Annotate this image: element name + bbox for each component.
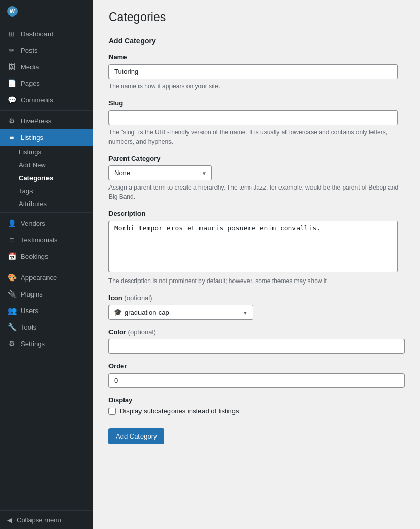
sidebar-item-label: Settings: [21, 340, 45, 348]
settings-icon: ⚙: [7, 339, 17, 348]
plugins-icon: 🔌: [7, 290, 17, 298]
sidebar-item-comments[interactable]: 💬 Comments: [0, 91, 93, 108]
sidebar-item-bookings[interactable]: 📅 Bookings: [0, 248, 93, 264]
sidebar-item-hivepress[interactable]: ⚙ HivePress: [0, 113, 93, 129]
main-content: Categories Add Category Name The name is…: [93, 0, 420, 529]
sidebar-item-label: HivePress: [21, 117, 51, 125]
sidebar-item-label: Listings: [21, 134, 43, 142]
display-checkbox[interactable]: [108, 408, 116, 415]
bookings-icon: 📅: [7, 252, 17, 260]
name-group: Name The name is how it appears on your …: [108, 53, 405, 91]
slug-group: Slug The "slug" is the URL-friendly vers…: [108, 99, 405, 146]
name-input[interactable]: [108, 64, 398, 79]
sidebar-item-appearance[interactable]: 🎨 Appearance: [0, 269, 93, 286]
sidebar-item-label: Bookings: [21, 253, 48, 260]
tools-icon: 🔧: [7, 323, 17, 331]
description-group: Description Morbi tempor eros et mauris …: [108, 210, 405, 286]
collapse-icon: ◀: [7, 516, 12, 524]
display-group: Display Display subcategories instead of…: [108, 396, 405, 415]
color-optional-label: (optional): [128, 328, 156, 336]
slug-input[interactable]: [108, 110, 398, 125]
sidebar-item-label: Pages: [21, 80, 40, 87]
wp-logo-icon: W: [7, 6, 18, 17]
collapse-menu-button[interactable]: ◀ Collapse menu: [0, 510, 93, 529]
icon-select-wrapper: 🎓 graduation-cap: [108, 305, 253, 320]
order-label: Order: [108, 362, 405, 370]
icon-label: Icon (optional): [108, 294, 405, 302]
parent-label: Parent Category: [108, 154, 405, 162]
sidebar-item-settings[interactable]: ⚙ Settings: [0, 335, 93, 352]
order-input[interactable]: [108, 373, 405, 388]
icon-optional-label: (optional): [124, 294, 152, 302]
slug-hint: The "slug" is the URL-friendly version o…: [108, 128, 405, 146]
testimonials-icon: ≡: [7, 236, 17, 244]
description-label: Description: [108, 210, 405, 217]
order-group: Order: [108, 362, 405, 388]
page-title: Categories: [108, 10, 405, 24]
icon-group: Icon (optional) 🎓 graduation-cap: [108, 294, 405, 320]
sidebar-item-posts[interactable]: ✏ Posts: [0, 42, 93, 58]
icon-select[interactable]: graduation-cap: [108, 305, 253, 320]
listings-icon: ≡: [7, 133, 17, 142]
add-category-button[interactable]: Add Category: [108, 428, 164, 444]
display-checkbox-row: Display subcategories instead of listing…: [108, 407, 405, 415]
parent-category-group: Parent Category None Assign a parent ter…: [108, 154, 405, 201]
sidebar-item-label: Media: [21, 63, 39, 71]
submenu-listings[interactable]: Listings: [0, 146, 93, 159]
submenu-add-new[interactable]: Add New: [0, 159, 93, 172]
sidebar-item-dashboard[interactable]: ⊞ Dashboard: [0, 25, 93, 42]
posts-icon: ✏: [7, 46, 17, 54]
display-label: Display: [108, 396, 405, 404]
sidebar-divider-2: [0, 212, 93, 213]
sidebar-item-label: Tools: [21, 323, 36, 331]
sidebar-item-media[interactable]: 🖼 Media: [0, 58, 93, 75]
sidebar-item-label: Dashboard: [21, 30, 54, 38]
submenu-tags[interactable]: Tags: [0, 184, 93, 197]
sidebar-divider-1: [0, 110, 93, 111]
sidebar-item-vendors[interactable]: 👤 Vendors: [0, 215, 93, 231]
vendors-icon: 👤: [7, 219, 17, 227]
parent-hint: Assign a parent term to create a hierarc…: [108, 183, 405, 201]
name-label: Name: [108, 53, 405, 61]
sidebar-divider-3: [0, 267, 93, 267]
sidebar-item-label: Testimonials: [21, 236, 58, 244]
sidebar-item-users[interactable]: 👥 Users: [0, 302, 93, 319]
sidebar-item-label: Plugins: [21, 290, 43, 298]
slug-label: Slug: [108, 99, 405, 107]
sidebar-item-tools[interactable]: 🔧 Tools: [0, 319, 93, 335]
add-category-form: Add Category Name The name is how it app…: [108, 37, 405, 444]
dashboard-icon: ⊞: [7, 29, 17, 38]
pages-icon: 📄: [7, 79, 17, 87]
display-checkbox-label: Display subcategories instead of listing…: [120, 407, 239, 415]
parent-select[interactable]: None: [108, 165, 212, 180]
sidebar-item-listings[interactable]: ≡ Listings: [0, 129, 93, 146]
sidebar-item-plugins[interactable]: 🔌 Plugins: [0, 286, 93, 302]
listings-submenu: Listings Add New Categories Tags Attribu…: [0, 146, 93, 210]
color-label: Color (optional): [108, 328, 405, 336]
submenu-categories[interactable]: Categories: [0, 172, 93, 184]
sidebar-item-label: Posts: [21, 46, 38, 54]
comments-icon: 💬: [7, 96, 17, 104]
sidebar-item-label: Comments: [21, 96, 53, 104]
submenu-attributes[interactable]: Attributes: [0, 197, 93, 210]
sidebar-item-label: Vendors: [21, 220, 45, 227]
color-input[interactable]: [108, 339, 405, 354]
parent-select-wrapper: None: [108, 165, 212, 180]
collapse-label: Collapse menu: [17, 516, 61, 524]
form-section-heading: Add Category: [108, 37, 405, 45]
media-icon: 🖼: [7, 63, 17, 71]
description-hint: The description is not prominent by defa…: [108, 276, 405, 286]
hivepress-icon: ⚙: [7, 117, 17, 125]
color-group: Color (optional): [108, 328, 405, 354]
name-hint: The name is how it appears on your site.: [108, 82, 405, 91]
users-icon: 👥: [7, 306, 17, 315]
sidebar-nav: ⊞ Dashboard ✏ Posts 🖼 Media 📄 Pages 💬 Co…: [0, 25, 93, 352]
appearance-icon: 🎨: [7, 273, 17, 282]
sidebar-item-label: Users: [21, 307, 38, 315]
sidebar-item-pages[interactable]: 📄 Pages: [0, 75, 93, 91]
sidebar: W ⊞ Dashboard ✏ Posts 🖼 Media 📄 Pages 💬 …: [0, 0, 93, 529]
sidebar-logo: W: [0, 0, 93, 23]
description-textarea[interactable]: Morbi tempor eros et mauris posuere enim…: [108, 221, 398, 272]
sidebar-item-label: Appearance: [21, 274, 57, 282]
sidebar-item-testimonials[interactable]: ≡ Testimonials: [0, 231, 93, 248]
